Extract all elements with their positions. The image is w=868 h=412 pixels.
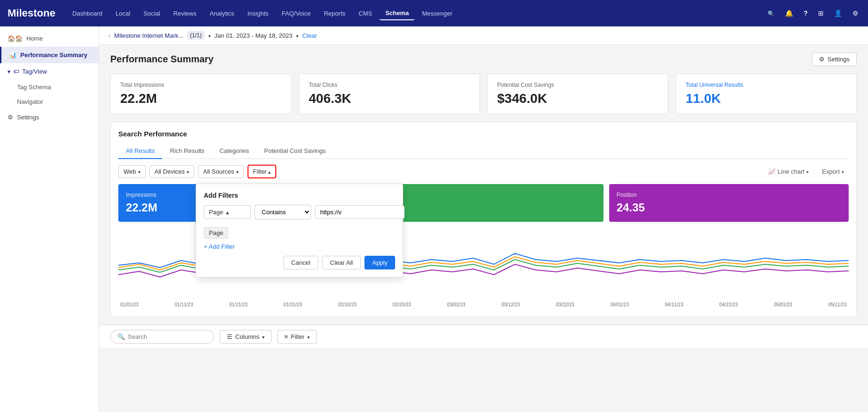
kpi-value-potential-cost-savings: $346.0K: [497, 91, 659, 106]
top-nav: Milestone Dashboard Local Social Reviews…: [0, 0, 868, 26]
breadcrumb-clear-button[interactable]: Clear: [302, 32, 317, 39]
clear-all-button[interactable]: Clear All: [322, 256, 361, 269]
sidebar-section-tag-view[interactable]: 🏷 Tag/View: [0, 63, 99, 80]
x-label-11: 04/21/23: [719, 302, 738, 307]
filter-field-page[interactable]: Page: [204, 205, 251, 219]
grid-icon[interactable]: [816, 7, 826, 19]
search-performance-section: Search Performance All Results Rich Resu…: [110, 122, 857, 317]
filter-bottom-chevron-icon: [307, 333, 310, 340]
filter-page-tag: Page: [204, 227, 228, 239]
filter-chevron-icon: [268, 168, 271, 175]
main-content: ‹ Milestone Internet Mark... (1/1) Jan 0…: [99, 26, 868, 412]
all-sources-dropdown[interactable]: All Sources: [198, 165, 244, 178]
breadcrumb-company[interactable]: Milestone Internet Mark...: [114, 32, 183, 39]
bell-icon[interactable]: [783, 7, 795, 19]
date-chevron-down-icon[interactable]: [296, 32, 298, 39]
x-label-12: 05/01/23: [774, 302, 792, 307]
x-label-7: 03/12/23: [502, 302, 520, 307]
filter-bottom-icon: ≡: [284, 333, 288, 340]
columns-button[interactable]: ☰ Columns: [220, 330, 272, 344]
breadcrumb-date-range[interactable]: Jan 01, 2023 - May 18, 2023: [215, 32, 293, 39]
line-chart-chevron-icon: [806, 168, 809, 175]
filter-label: Filter: [253, 168, 267, 175]
filter-popup: Add Filters Page Contains Page + Add Fil…: [196, 184, 403, 277]
chevron-down-icon[interactable]: [208, 32, 211, 39]
field-arrow-up-icon: [225, 209, 230, 216]
all-devices-dropdown[interactable]: All Devices: [149, 165, 194, 178]
kpi-label-total-impressions: Total Impressions: [120, 82, 281, 88]
web-dropdown[interactable]: Web: [118, 165, 146, 178]
nav-link-dashboard[interactable]: Dashboard: [66, 7, 108, 20]
export-button[interactable]: Export: [817, 166, 849, 177]
add-filter-link[interactable]: + Add Filter: [204, 243, 235, 250]
sidebar-item-home[interactable]: 🏠 Home: [0, 30, 99, 47]
nav-link-insights[interactable]: Insights: [242, 7, 274, 20]
filter-value-input[interactable]: [315, 205, 405, 219]
tab-categories[interactable]: Categories: [212, 143, 256, 159]
kpi-value-total-universal-results: 11.0K: [686, 91, 847, 106]
filter-dropdown[interactable]: Filter: [248, 165, 277, 178]
kpi-card-total-universal-results: Total Universal Results 11.0K: [676, 74, 857, 114]
line-chart-button[interactable]: 📈 Line chart: [763, 166, 813, 177]
settings-button[interactable]: ⚙ Settings: [812, 52, 857, 66]
kpi-row: Total Impressions 22.2M Total Clicks 406…: [99, 70, 868, 122]
nav-link-social[interactable]: Social: [138, 7, 165, 20]
x-label-4: 02/10/23: [338, 302, 356, 307]
page-title: Performance Summary: [110, 54, 214, 65]
nav-link-schema[interactable]: Schema: [380, 7, 414, 20]
filter-page-tag-container: Page: [204, 224, 395, 239]
search-box[interactable]: 🔍: [110, 330, 214, 344]
x-label-6: 03/02/23: [447, 302, 465, 307]
sidebar-item-tag-schema[interactable]: Tag Schema: [0, 80, 99, 94]
help-icon[interactable]: [802, 7, 810, 19]
sidebar-item-navigator[interactable]: Navigator: [0, 94, 99, 109]
tab-rich-results[interactable]: Rich Results: [162, 143, 212, 159]
x-label-10: 04/11/23: [665, 302, 683, 307]
collapse-icon[interactable]: ‹: [108, 32, 110, 39]
web-label: Web: [124, 168, 136, 175]
sidebar: 🏠 Home 📊 Performance Summary 🏷 Tag/View …: [0, 26, 99, 412]
x-label-13: 05/11/23: [828, 302, 847, 307]
x-label-8: 03/22/23: [556, 302, 574, 307]
filter-condition-select[interactable]: Contains: [255, 205, 311, 219]
nav-link-cms[interactable]: CMS: [353, 7, 378, 20]
page-header: Performance Summary ⚙ Settings: [99, 45, 868, 70]
nav-link-messenger[interactable]: Messenger: [416, 7, 458, 20]
filter-add-link-container: + Add Filter: [204, 243, 395, 250]
x-label-2: 01/21/23: [229, 302, 248, 307]
expand-down-icon: [8, 68, 10, 75]
breadcrumb-count: (1/1): [187, 31, 205, 40]
metric-label-clicks: Clicks: [371, 192, 595, 198]
app-body: 🏠 Home 📊 Performance Summary 🏷 Tag/View …: [0, 26, 868, 412]
kpi-card-total-impressions: Total Impressions 22.2M: [110, 74, 291, 114]
kpi-label-potential-cost-savings: Potential Cost Savings: [497, 82, 659, 88]
kpi-label-total-clicks: Total Clicks: [309, 82, 470, 88]
search-input[interactable]: [128, 333, 207, 340]
gear-settings-icon[interactable]: [851, 7, 860, 19]
nav-link-faq-voice[interactable]: FAQ/Voice: [276, 7, 316, 20]
kpi-label-total-universal-results: Total Universal Results: [686, 82, 847, 88]
x-label-1: 01/11/23: [175, 302, 193, 307]
tab-potential-cost-savings[interactable]: Potential Cost Savings: [256, 143, 333, 159]
nav-link-local[interactable]: Local: [110, 7, 136, 20]
nav-link-analytics[interactable]: Analytics: [204, 7, 240, 20]
sidebar-item-performance-summary[interactable]: 📊 Performance Summary: [0, 47, 99, 63]
metric-box-position: Position 24.35: [609, 184, 849, 222]
apply-button[interactable]: Apply: [364, 256, 395, 269]
user-icon[interactable]: [832, 7, 844, 19]
all-devices-chevron-icon: [187, 168, 189, 175]
filter-bottom-button[interactable]: ≡ Filter: [277, 330, 316, 344]
kpi-value-total-clicks: 406.3K: [309, 91, 470, 106]
columns-chevron-icon: [262, 333, 265, 340]
tab-all-results[interactable]: All Results: [118, 143, 162, 159]
sidebar-item-settings[interactable]: ⚙ Settings: [0, 109, 99, 126]
cancel-button[interactable]: Cancel: [283, 256, 318, 269]
columns-icon: ☰: [227, 333, 232, 340]
nav-link-reviews[interactable]: Reviews: [168, 7, 202, 20]
tabs: All Results Rich Results Categories Pote…: [118, 143, 849, 159]
metric-label-position: Position: [617, 192, 841, 198]
search-icon: 🔍: [117, 333, 125, 340]
nav-link-reports[interactable]: Reports: [318, 7, 351, 20]
search-nav-icon[interactable]: [766, 7, 777, 19]
kpi-card-total-clicks: Total Clicks 406.3K: [299, 74, 480, 114]
